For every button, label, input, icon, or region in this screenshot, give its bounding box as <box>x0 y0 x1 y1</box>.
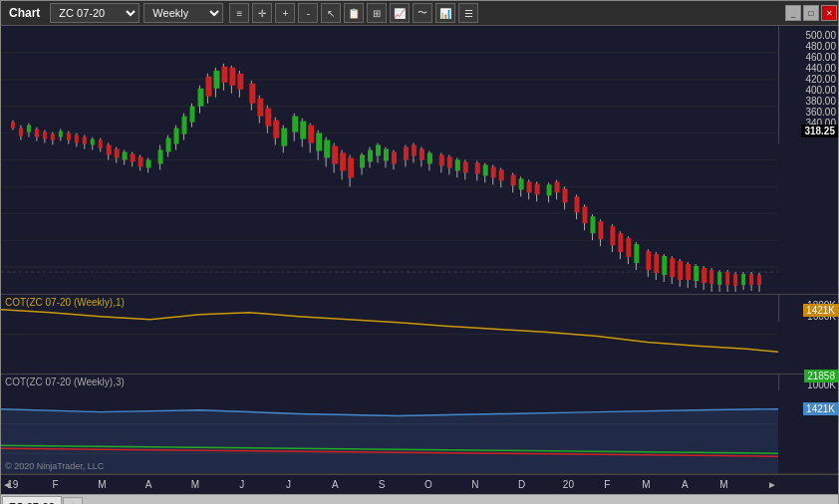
svg-rect-81 <box>300 122 306 139</box>
x-label-n: N <box>471 479 478 490</box>
maximize-button[interactable]: □ <box>803 5 819 21</box>
svg-rect-77 <box>281 128 287 146</box>
x-label-m2: M <box>191 479 199 490</box>
price-label-420: 420.00 <box>781 74 836 85</box>
svg-rect-131 <box>519 178 524 189</box>
toolbar-btn-list[interactable]: ☰ <box>458 3 478 23</box>
x-label-a1: A <box>145 479 152 490</box>
svg-rect-133 <box>527 181 532 192</box>
svg-rect-149 <box>598 221 603 239</box>
toolbar-btn-bar[interactable]: 📊 <box>435 3 455 23</box>
svg-rect-37 <box>115 149 120 158</box>
x-label-m4: M <box>719 479 727 490</box>
svg-rect-91 <box>340 153 346 171</box>
svg-rect-69 <box>249 84 255 104</box>
toolbar-btn-copy[interactable]: 📋 <box>344 3 364 23</box>
scroll-left[interactable]: ◄ <box>1 475 13 494</box>
svg-rect-109 <box>420 149 424 160</box>
svg-rect-45 <box>146 160 151 168</box>
timeframe-select[interactable]: Weekly Daily Monthly <box>143 3 223 23</box>
svg-rect-87 <box>324 140 330 158</box>
svg-rect-13 <box>19 128 23 136</box>
svg-rect-21 <box>51 134 55 140</box>
svg-rect-73 <box>265 109 271 126</box>
svg-rect-115 <box>447 157 452 168</box>
svg-rect-117 <box>455 160 460 171</box>
svg-rect-153 <box>618 233 623 252</box>
svg-rect-173 <box>701 268 706 283</box>
svg-rect-125 <box>491 166 496 177</box>
svg-rect-75 <box>273 121 279 138</box>
toolbar-btn-zoomin[interactable]: + <box>275 3 295 23</box>
svg-rect-121 <box>475 162 480 173</box>
svg-rect-123 <box>483 164 488 175</box>
toolbar-btn-grid[interactable]: ⊞ <box>367 3 387 23</box>
svg-rect-159 <box>646 251 651 270</box>
toolbar: ≡ ✛ + - ↖ 📋 ⊞ 📈 〜 📊 ☰ <box>229 3 478 23</box>
svg-rect-161 <box>654 254 659 273</box>
chart-tab-zc[interactable]: ZC 07-20 <box>2 496 62 504</box>
minimize-button[interactable]: _ <box>785 5 801 21</box>
svg-rect-23 <box>59 131 63 137</box>
svg-rect-53 <box>182 117 187 134</box>
svg-rect-179 <box>725 272 729 285</box>
main-window: Chart ZC 07-20 Weekly Daily Monthly ≡ ✛ … <box>0 0 839 504</box>
cot2-canvas[interactable] <box>1 375 778 473</box>
svg-rect-165 <box>670 258 675 277</box>
symbol-select[interactable]: ZC 07-20 <box>50 3 140 23</box>
svg-rect-185 <box>749 274 753 285</box>
x-label-f1: F <box>53 479 59 490</box>
toolbar-btn-crosshair[interactable]: ✛ <box>252 3 272 23</box>
toolbar-btn-wave[interactable]: 〜 <box>413 3 432 23</box>
price-label-500: 500.00 <box>781 30 836 41</box>
svg-rect-41 <box>131 154 136 162</box>
svg-rect-51 <box>174 128 179 144</box>
toolbar-btn-bars[interactable]: ≡ <box>229 3 249 23</box>
app-title: Chart <box>1 6 48 20</box>
svg-rect-137 <box>547 184 552 195</box>
toolbar-btn-zoomout[interactable]: - <box>298 3 318 23</box>
svg-rect-167 <box>678 261 683 280</box>
add-chart-tab-button[interactable]: + <box>63 497 83 504</box>
svg-rect-119 <box>463 161 468 172</box>
cot2-svg <box>1 375 778 473</box>
svg-rect-83 <box>308 126 314 143</box>
x-label-s: S <box>379 479 386 490</box>
price-label-440: 440.00 <box>781 63 836 74</box>
svg-rect-177 <box>717 272 721 285</box>
price-chart-canvas[interactable] <box>1 26 778 294</box>
svg-rect-43 <box>139 157 143 167</box>
svg-rect-15 <box>27 126 31 132</box>
cot1-y-axis: 1800K 1600K 1421K <box>778 295 838 322</box>
svg-rect-143 <box>575 196 580 212</box>
price-chart: 500.00 480.00 460.00 440.00 420.00 400.0… <box>1 26 838 295</box>
x-label-20: 20 <box>563 479 574 490</box>
cot1-label: COT(ZC 07-20 (Weekly),1) <box>5 297 125 308</box>
price-label-460: 460.00 <box>781 52 836 63</box>
cot1-indicator: COT(ZC 07-20 (Weekly),1) 1800K 1600K 142… <box>1 295 838 375</box>
x-label-a3: A <box>682 479 689 490</box>
svg-rect-171 <box>694 266 699 281</box>
scroll-right[interactable]: ► <box>766 475 778 494</box>
x-label-j1: J <box>239 479 244 490</box>
svg-rect-65 <box>229 68 235 86</box>
svg-rect-49 <box>166 138 171 152</box>
svg-rect-181 <box>733 274 737 286</box>
cot2-indicator: COT(ZC 07-20 (Weekly),3) © 2020 NinjaTra… <box>1 375 838 474</box>
svg-rect-99 <box>376 145 381 156</box>
svg-rect-113 <box>439 155 444 166</box>
price-label-480: 480.00 <box>781 41 836 52</box>
toolbar-btn-arrow[interactable]: ↖ <box>321 3 341 23</box>
svg-rect-141 <box>563 188 568 202</box>
toolbar-btn-chart[interactable]: 📈 <box>390 3 410 23</box>
close-button[interactable]: ✕ <box>821 5 837 21</box>
price-chart-svg <box>1 26 778 294</box>
svg-marker-194 <box>1 409 778 473</box>
cot2-value-tag1: 1421K <box>803 402 838 415</box>
x-label-d: D <box>518 479 525 490</box>
x-label-m1: M <box>98 479 106 490</box>
svg-rect-35 <box>107 145 112 155</box>
svg-rect-25 <box>67 133 71 140</box>
svg-rect-107 <box>412 145 417 156</box>
svg-rect-111 <box>427 153 432 164</box>
